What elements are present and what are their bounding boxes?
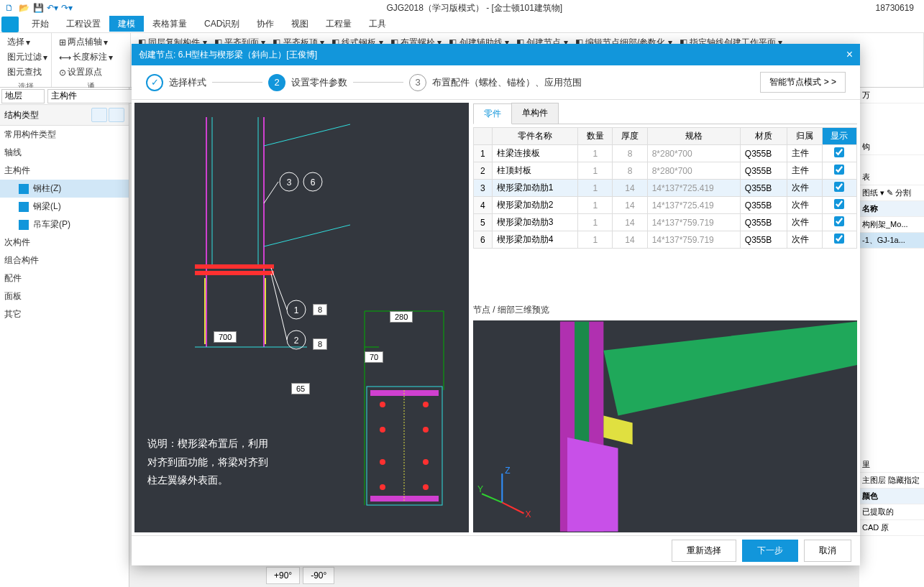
table-row[interactable]: 5楔形梁加劲肋311414*137*759.719Q355B次件 — [474, 214, 857, 231]
menu-7[interactable]: 工程量 — [317, 16, 360, 32]
svg-line-20 — [271, 268, 287, 310]
rotate-plus-button[interactable]: +90° — [266, 567, 300, 584]
col-5[interactable]: 材质 — [740, 128, 787, 145]
svg-line-45 — [482, 494, 502, 502]
show-checkbox[interactable] — [834, 165, 844, 175]
dim-input-2[interactable]: 8 — [313, 338, 327, 350]
dim-input-1[interactable]: 8 — [313, 304, 327, 315]
dim-input-700[interactable]: 700 — [214, 331, 237, 343]
svg-point-30 — [380, 402, 385, 407]
col-6[interactable]: 归属 — [787, 128, 822, 145]
table-row[interactable]: 4楔形梁加劲肋211414*137*725.419Q355B次件 — [474, 197, 857, 214]
group-secondary[interactable]: 次构件 — [0, 234, 129, 251]
col-1[interactable]: 零件名称 — [492, 128, 578, 145]
step-1[interactable]: ✓ 选择样式 — [146, 74, 206, 91]
close-icon[interactable]: × — [846, 48, 853, 61]
tab-single[interactable]: 单构件 — [511, 103, 559, 124]
redo-icon[interactable]: ↷▾ — [60, 1, 73, 14]
col-0[interactable] — [474, 128, 493, 145]
group-accessories[interactable]: 配件 — [0, 269, 129, 287]
common-types-label: 常用构件类型 — [0, 126, 129, 144]
smart-mode-button[interactable]: 智能节点模式 > > — [760, 72, 846, 93]
menu-1[interactable]: 工程设置 — [58, 16, 109, 32]
col-4[interactable]: 规格 — [647, 128, 740, 145]
group-composite[interactable]: 组合构件 — [0, 251, 129, 269]
svg-point-34 — [380, 459, 385, 465]
beam-icon — [19, 202, 29, 212]
save-icon[interactable]: 💾 — [32, 1, 45, 14]
svg-line-21 — [271, 274, 287, 340]
show-checkbox[interactable] — [834, 234, 844, 244]
step-3[interactable]: 3 布置配件（螺栓、锚栓）、应用范围 — [409, 74, 582, 91]
svg-point-36 — [380, 484, 385, 490]
group-panel[interactable]: 面板 — [0, 287, 129, 305]
structure-type-header: 结构类型 — [0, 105, 129, 126]
group-main[interactable]: 主构件 — [0, 162, 129, 180]
preview-3d[interactable]: Z X Y — [473, 320, 857, 532]
group-other[interactable]: 其它 — [0, 305, 129, 323]
item-steel-column[interactable]: 钢柱(Z) — [0, 180, 129, 198]
svg-point-35 — [423, 459, 429, 465]
wizard-steps: ✓ 选择样式 2 设置零件参数 3 布置配件（螺栓、锚栓）、应用范围 智能节点模… — [132, 65, 860, 100]
table-row[interactable]: 6楔形梁加劲肋411414*137*759.719Q355B次件 — [474, 231, 857, 249]
next-button[interactable]: 下一步 — [742, 540, 798, 562]
dim-input-70[interactable]: 70 — [365, 351, 383, 363]
tab-parts[interactable]: 零件 — [473, 103, 512, 124]
new-icon[interactable]: 🗋 — [3, 1, 16, 14]
show-checkbox[interactable] — [834, 182, 844, 192]
dimension-button[interactable]: ⟷ 长度标注 ▾ — [56, 50, 126, 65]
preview-note: 说明：楔形梁布置后，利用对齐到面功能，将梁对齐到柱左翼缘外表面。 — [147, 435, 277, 489]
dim-input-65[interactable]: 65 — [291, 383, 310, 394]
dialog-footer: 重新选择 下一步 取消 — [132, 535, 860, 565]
svg-line-5 — [264, 225, 350, 246]
menu-3[interactable]: 表格算量 — [144, 16, 196, 32]
col-7[interactable]: 显示 — [822, 128, 856, 145]
filter-button[interactable]: 图元过滤 ▾ — [4, 50, 47, 65]
menu-6[interactable]: 视图 — [283, 16, 317, 32]
table-row[interactable]: 2柱顶封板188*280*700Q355B主件 — [474, 162, 857, 180]
svg-text:X: X — [526, 509, 531, 519]
show-checkbox[interactable] — [834, 216, 844, 226]
svg-rect-6 — [195, 264, 274, 269]
item-steel-beam[interactable]: 钢梁(L) — [0, 198, 129, 216]
step-2[interactable]: 2 设置零件参数 — [268, 74, 347, 91]
list-view-icon[interactable] — [91, 108, 107, 122]
show-checkbox[interactable] — [834, 199, 844, 209]
svg-text:6: 6 — [311, 177, 316, 188]
find-button[interactable]: 图元查找 — [4, 65, 47, 80]
dialog-title-bar: 创建节点: 6.H型柱与楔形梁（斜向上）[王俊博] × — [132, 44, 860, 65]
origin-button[interactable]: ⊙ 设置原点 — [56, 65, 126, 80]
menu-4[interactable]: CAD识别 — [196, 16, 248, 32]
col-2[interactable]: 数量 — [578, 128, 613, 145]
svg-marker-40 — [603, 321, 857, 415]
create-node-dialog: 创建节点: 6.H型柱与楔形梁（斜向上）[王俊博] × ✓ 选择样式 2 设置零… — [132, 44, 860, 565]
preview-2d[interactable]: 3 6 1 2 — [134, 103, 469, 532]
col-3[interactable]: 厚度 — [613, 128, 647, 145]
menu-0[interactable]: 开始 — [23, 16, 58, 32]
svg-point-33 — [423, 427, 429, 433]
table-row[interactable]: 1柱梁连接板188*280*700Q355B主件 — [474, 145, 857, 162]
item-crane-beam[interactable]: 吊车梁(P) — [0, 216, 129, 234]
menu-2[interactable]: 建模 — [109, 16, 144, 32]
table-row[interactable]: 3楔形梁加劲肋111414*137*725.419Q355B次件 — [474, 180, 857, 197]
dim-input-280[interactable]: 280 — [390, 311, 413, 323]
group-axis[interactable]: 轴线 — [0, 144, 129, 162]
select-button[interactable]: 选择 ▾ — [4, 34, 47, 50]
parts-tabs: 零件 单构件 — [473, 103, 857, 124]
open-icon[interactable]: 📂 — [17, 1, 30, 14]
reset-button[interactable]: 重新选择 — [672, 540, 736, 562]
show-checkbox[interactable] — [834, 147, 844, 157]
rotate-minus-button[interactable]: -90° — [303, 567, 334, 584]
svg-rect-7 — [195, 271, 274, 275]
undo-icon[interactable]: ↶▾ — [46, 1, 59, 14]
menu-5[interactable]: 协作 — [248, 16, 283, 32]
layer-select[interactable] — [1, 89, 45, 103]
svg-line-4 — [264, 124, 350, 146]
aux-axis-button[interactable]: ⊞ 两点辅轴 ▾ — [56, 34, 126, 50]
svg-marker-41 — [603, 415, 632, 444]
menu-8[interactable]: 工具 — [360, 16, 395, 32]
svg-text:3: 3 — [287, 177, 292, 188]
cancel-button[interactable]: 取消 — [804, 540, 851, 562]
grid-view-icon[interactable] — [109, 108, 124, 122]
svg-text:Z: Z — [505, 466, 510, 476]
